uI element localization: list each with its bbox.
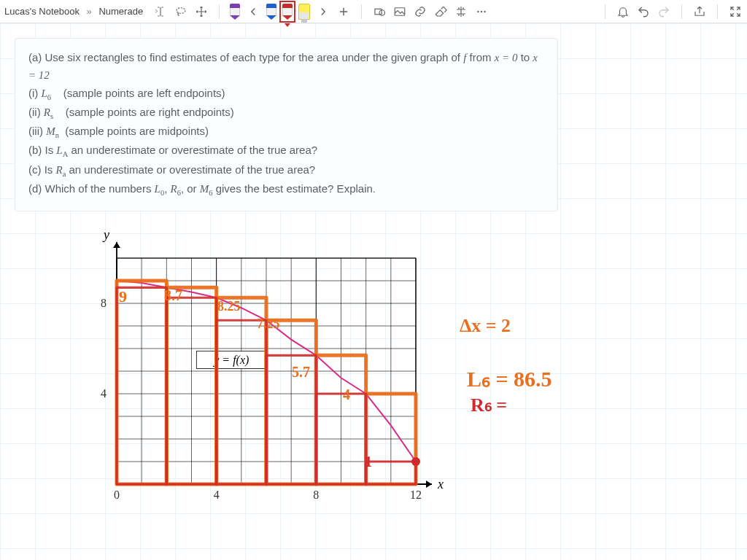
- hw-v4: 7.25: [257, 316, 280, 332]
- svg-text:8: 8: [101, 297, 107, 309]
- ruler-icon[interactable]: [454, 4, 468, 19]
- pen-blue[interactable]: [266, 4, 276, 20]
- svg-text:x: x: [437, 477, 444, 491]
- part-a-i: (i) L6 (sample points are left endpoints…: [28, 85, 544, 104]
- svg-point-56: [411, 457, 420, 466]
- app-toolbar: Lucas's Notebook » Numerade: [0, 0, 747, 23]
- pan-icon[interactable]: [194, 4, 209, 19]
- svg-point-4: [477, 10, 479, 12]
- svg-text:8: 8: [313, 489, 319, 501]
- text-cursor-icon[interactable]: [153, 4, 168, 19]
- highlighter-yellow[interactable]: [298, 4, 310, 20]
- part-a-ii: (ii) Rs (sample points are right endpoin…: [28, 104, 544, 122]
- pen-purple[interactable]: [230, 4, 240, 20]
- hw-v3: 8.25: [217, 299, 241, 314]
- part-b: (b) Is LA an underestimate or overestima…: [28, 141, 544, 160]
- riemann-figure: 0481248xyy = f(x): [80, 236, 430, 513]
- hw-dx: Δx = 2: [460, 315, 511, 337]
- svg-text:4: 4: [214, 489, 220, 501]
- breadcrumb-page[interactable]: Numerade: [98, 6, 143, 17]
- svg-text:4: 4: [101, 387, 107, 400]
- add-pen-icon[interactable]: [336, 4, 351, 19]
- svg-text:0: 0: [114, 489, 120, 501]
- breadcrumb-notebook[interactable]: Lucas's Notebook: [4, 6, 80, 17]
- part-d: (d) Which of the numbers L0, R6, or M6 g…: [28, 180, 544, 199]
- svg-point-0: [177, 7, 185, 13]
- undo-icon[interactable]: [636, 4, 651, 19]
- lasso-icon[interactable]: [174, 4, 188, 19]
- link-icon[interactable]: [413, 4, 427, 19]
- fullscreen-icon[interactable]: [728, 4, 743, 19]
- more-icon[interactable]: [474, 4, 489, 19]
- shape-icon[interactable]: [372, 4, 387, 19]
- share-icon[interactable]: [692, 4, 707, 19]
- part-c: (c) Is Ra an underestimate or overestima…: [28, 161, 544, 180]
- part-a-iii: (iii) Mn (sample points are midpoints): [28, 122, 544, 141]
- part-a: (a) Use six rectangles to find estimates…: [28, 49, 544, 85]
- svg-text:y: y: [102, 228, 109, 242]
- breadcrumb-sep: »: [87, 6, 92, 17]
- redo-icon[interactable]: [657, 4, 671, 19]
- svg-rect-1: [375, 9, 382, 15]
- bell-icon[interactable]: [616, 4, 630, 19]
- next-pen-icon[interactable]: [316, 4, 330, 19]
- prev-pen-icon[interactable]: [246, 4, 260, 19]
- hw-v2: 8.7: [164, 287, 182, 304]
- hw-L6: L₆ = 86.5: [467, 366, 552, 392]
- eraser-icon[interactable]: [433, 4, 448, 19]
- hw-R6: R₆ =: [471, 394, 507, 416]
- problem-card: (a) Use six rectangles to find estimates…: [15, 38, 558, 211]
- svg-point-6: [484, 10, 485, 12]
- breadcrumb[interactable]: Lucas's Notebook » Numerade: [4, 6, 143, 17]
- svg-text:12: 12: [410, 489, 422, 501]
- hw-v5: 5.7: [292, 364, 310, 381]
- hw-v6: 4: [343, 386, 350, 403]
- svg-point-5: [481, 10, 482, 12]
- page-canvas[interactable]: (a) Use six rectangles to find estimates…: [0, 23, 747, 560]
- image-icon[interactable]: [392, 4, 407, 19]
- svg-point-2: [379, 9, 385, 15]
- hw-v1: 9: [119, 287, 127, 306]
- pen-red[interactable]: [282, 4, 293, 20]
- hw-v7: 1: [365, 454, 372, 470]
